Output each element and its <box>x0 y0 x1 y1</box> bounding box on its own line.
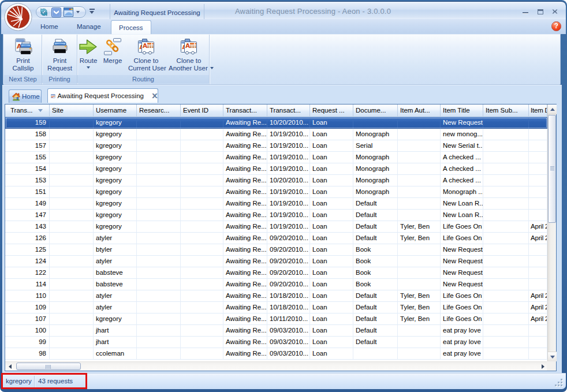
column-header[interactable]: Transact... <box>223 104 267 117</box>
table-row[interactable]: 110atylerAwaiting Re...10/18/2010...Loan… <box>5 290 547 302</box>
table-cell <box>529 198 547 210</box>
table-row[interactable]: 157kgregoryAwaiting Re...10/19/2010...Lo… <box>5 140 547 152</box>
table-cell: A checked ... <box>441 175 483 186</box>
table-row[interactable]: 154kgregoryAwaiting Re...10/19/2010...Lo… <box>5 163 547 175</box>
column-header[interactable]: Item D... <box>529 104 547 117</box>
table-cell: 10/20/2010... <box>267 175 310 186</box>
column-header[interactable]: Docume... <box>353 104 398 117</box>
table-cell: Monograph <box>353 163 398 175</box>
table-cell: Awaiting Re... <box>223 279 267 290</box>
clone-to-another-user-button[interactable]: A A <box>169 36 209 75</box>
help-button[interactable]: ? <box>551 21 561 31</box>
table-cell <box>50 117 94 129</box>
ribbon-tab-process[interactable]: Process <box>111 20 151 35</box>
table-cell <box>137 186 181 198</box>
qat-overflow-button[interactable] <box>88 8 96 16</box>
table-row[interactable]: 151kgregoryAwaiting Re...10/19/2010...Lo… <box>5 186 547 198</box>
table-row[interactable]: 155kgregoryAwaiting Re...10/19/2010...Lo… <box>5 152 547 163</box>
column-header[interactable]: Trans... <box>5 104 50 117</box>
table-cell <box>137 337 181 348</box>
ribbon-tab-home[interactable]: Home <box>33 20 66 34</box>
table-row[interactable]: 126atylerAwaiting Re...09/20/2010...Loan… <box>5 233 547 244</box>
maximize-button[interactable] <box>536 8 544 16</box>
table-row[interactable]: 122babsteveAwaiting Re...09/20/2010...Lo… <box>5 267 547 279</box>
vertical-scrollbar[interactable] <box>547 104 556 361</box>
window-view-dropdown[interactable] <box>75 7 80 17</box>
print-callslip-button[interactable]: A Print Callslip <box>5 36 42 75</box>
table-row[interactable]: 143kgregoryAwaiting Re...10/19/2010...Lo… <box>5 221 547 233</box>
scroll-right-arrow[interactable] <box>538 362 547 371</box>
table-cell <box>483 337 529 348</box>
table-cell: Awaiting Re... <box>223 302 267 313</box>
column-header[interactable]: Username <box>94 104 137 117</box>
table-cell: 10/18/2010... <box>267 302 310 313</box>
ribbon-tab-manage[interactable]: Manage <box>69 20 109 34</box>
column-header[interactable]: Transact... <box>267 104 310 117</box>
table-cell: Book <box>353 256 398 267</box>
column-header[interactable]: Item Aut... <box>398 104 441 117</box>
column-header[interactable]: Site <box>50 104 94 117</box>
horizontal-scroll-thumb[interactable] <box>16 363 81 370</box>
table-row[interactable]: 147kgregoryAwaiting Re...10/19/2010...Lo… <box>5 210 547 221</box>
doc-tab-home[interactable]: Home <box>9 89 42 103</box>
doc-tab-close-icon[interactable]: X <box>152 92 158 99</box>
column-header[interactable]: Request ... <box>310 104 353 117</box>
app-logo-icon[interactable] <box>4 3 32 31</box>
table-cell: Loan <box>310 210 353 221</box>
scroll-down-arrow[interactable] <box>548 352 557 361</box>
table-cell <box>137 198 181 210</box>
table-cell: Tyler, Ben <box>398 313 441 325</box>
table-row[interactable]: 158kgregoryAwaiting Re...10/19/2010...Lo… <box>5 129 547 140</box>
table-cell: Default <box>353 221 398 233</box>
merge-button[interactable]: Merge <box>101 36 124 75</box>
horizontal-scrollbar[interactable] <box>5 361 547 371</box>
table-row[interactable]: 159kgregoryAwaiting Re...10/20/2010...Lo… <box>5 117 547 129</box>
table-cell <box>181 221 223 233</box>
table-row[interactable]: 99jhartAwaiting Re...09/03/2010...LoanDe… <box>5 337 547 348</box>
window-view-button[interactable] <box>63 7 73 17</box>
table-cell <box>483 267 529 279</box>
vertical-scroll-thumb[interactable] <box>548 115 556 223</box>
table-cell: 10/19/2010... <box>267 129 310 140</box>
table-row[interactable]: 100jhartAwaiting Re...09/03/2010...LoanD… <box>5 325 547 337</box>
button-label: Route <box>78 57 99 65</box>
clone-to-current-user-button[interactable]: A A <box>128 36 164 75</box>
collapse-button[interactable] <box>51 7 61 17</box>
resize-grip-icon[interactable] <box>554 378 562 386</box>
column-header[interactable]: Researc... <box>137 104 181 117</box>
route-button[interactable]: Route <box>78 36 99 75</box>
table-row[interactable]: 98ccolemanAwaiting Re...09/03/2010...Loa… <box>5 348 547 360</box>
doc-tab-awaiting-request-processing[interactable]: A Awaiting Request Processing X <box>47 88 158 103</box>
table-row[interactable]: 124atylerAwaiting Re...09/20/2010...Loan… <box>5 256 547 267</box>
annotation-highlight-box <box>1 373 87 389</box>
table-cell: Loan <box>310 279 353 290</box>
table-cell: Tyler, Ben <box>398 302 441 313</box>
table-cell <box>398 244 441 256</box>
doc-tab-active-label: Awaiting Request Processing <box>58 92 144 99</box>
table-row[interactable]: 153kgregoryAwaiting Re...10/20/2010...Lo… <box>5 175 547 186</box>
print-request-button[interactable]: Print Request <box>44 36 76 75</box>
table-cell: atyler <box>94 233 137 244</box>
table-cell <box>50 325 94 337</box>
scroll-left-arrow[interactable] <box>5 362 14 371</box>
table-row[interactable]: 107kgregoryAwaiting Re...10/11/2010...Lo… <box>5 313 547 325</box>
column-header[interactable]: Item Sub... <box>483 104 529 117</box>
table-cell <box>483 221 529 233</box>
table-cell: 147 <box>5 210 50 221</box>
table-row[interactable]: 109atylerAwaiting Re...10/18/2010...Loan… <box>5 302 547 313</box>
group-label-printing: Printing <box>42 75 77 84</box>
table-row[interactable]: 125btylerAwaiting Re...09/20/2010...Loan… <box>5 244 547 256</box>
minimize-button[interactable] <box>521 8 529 16</box>
table-cell: New Loan R... <box>441 210 483 221</box>
table-cell: 10/19/2010... <box>267 152 310 163</box>
column-header[interactable]: Event ID <box>181 104 223 117</box>
table-cell: Loan <box>310 290 353 302</box>
close-button[interactable] <box>551 8 559 16</box>
column-header[interactable]: Item Title <box>441 104 483 117</box>
scroll-up-arrow[interactable] <box>548 104 557 114</box>
table-row[interactable]: 149kgregoryAwaiting Re...10/19/2010...Lo… <box>5 198 547 210</box>
clone-another-icon: A A <box>179 37 199 57</box>
table-cell <box>483 198 529 210</box>
table-row[interactable]: 114babsteveAwaiting Re...09/20/2010...Lo… <box>5 279 547 290</box>
refresh-button[interactable] <box>39 7 49 17</box>
